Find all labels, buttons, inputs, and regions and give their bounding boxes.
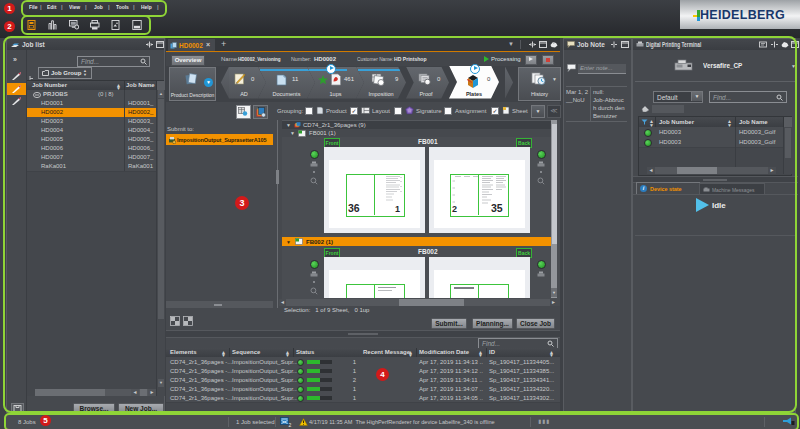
svg-text:2: 2 (289, 422, 292, 428)
